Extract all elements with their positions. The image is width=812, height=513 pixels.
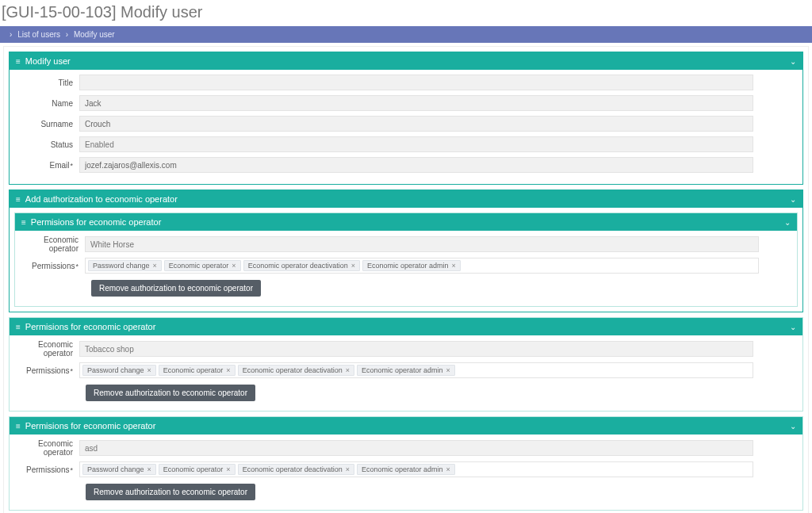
economic-operator-input[interactable] [79,341,753,357]
remove-authorization-button[interactable]: Remove authorization to economic operato… [86,484,255,500]
panel-title: Modify user [25,56,790,66]
panel-title: Permisions for economic operator [25,322,790,331]
tag-label: Economic operator admin [367,262,449,270]
remove-authorization-button[interactable]: Remove authorization to economic operato… [86,385,255,401]
panel-add-authorization: ≡ Add authorization to economic operator… [9,190,803,312]
economic-operator-input[interactable] [79,440,753,456]
label-permissions: Permissions [16,366,79,375]
status-input[interactable] [79,136,753,152]
label-status: Status [16,140,79,149]
tag-label: Economic operator admin [362,366,443,374]
close-icon[interactable]: × [452,262,456,270]
permission-tag: Password change× [82,365,156,376]
panel-header[interactable]: ≡ Permisions for economic operator ⌄ [15,213,797,231]
tag-label: Economic operator admin [362,465,443,473]
panel-header[interactable]: ≡ Add authorization to economic operator… [10,190,802,208]
close-icon[interactable]: × [351,262,355,270]
close-icon[interactable]: × [446,465,450,473]
grip-icon: ≡ [21,218,26,227]
permission-tag: Economic operator deactivation× [238,365,354,376]
tag-label: Economic operator [163,366,224,374]
tag-label: Economic operator [169,262,229,270]
panel-header[interactable]: ≡ Modify user ⌄ [10,52,802,70]
grip-icon: ≡ [16,57,21,66]
grip-icon: ≡ [16,422,21,431]
chevron-down-icon[interactable]: ⌄ [790,422,796,431]
permission-tag: Economic operator deactivation× [243,260,360,271]
panel-header[interactable]: ≡ Permisions for economic operator ⌄ [10,417,802,435]
label-economic-operator: Economic operator [21,235,85,253]
close-icon[interactable]: × [147,465,151,473]
permissions-tags[interactable]: Password change× Economic operator× Econ… [79,461,753,477]
permission-tag: Economic operator× [159,365,236,376]
tag-label: Economic operator deactivation [243,366,343,374]
remove-authorization-button[interactable]: Remove authorization to economic operato… [91,280,261,297]
email-input[interactable] [79,157,753,173]
chevron-down-icon[interactable]: ⌄ [790,323,796,331]
tag-label: Economic operator deactivation [243,465,343,473]
panel-title: Permisions for economic operator [25,421,790,431]
panel-permissions-1: ≡ Permisions for economic operator ⌄ Eco… [14,212,798,307]
permission-tag: Password change× [88,260,162,271]
tag-label: Password change [93,262,150,270]
close-icon[interactable]: × [446,366,450,374]
label-permissions: Permissions [21,262,85,270]
permission-tag: Economic operator admin× [357,464,455,475]
breadcrumb: › List of users › Modify user [0,26,812,43]
tag-label: Password change [87,465,144,473]
label-permissions: Permissions [16,465,79,474]
surname-input[interactable] [79,116,753,132]
close-icon[interactable]: × [147,366,151,374]
label-economic-operator: Economic operator [16,439,79,457]
economic-operator-input[interactable] [85,236,759,252]
title-input[interactable] [79,75,753,90]
page-title: [GUI-15-00-103] Modify user [0,0,812,26]
grip-icon: ≡ [16,195,21,204]
chevron-right-icon: › [10,30,12,39]
chevron-down-icon[interactable]: ⌄ [790,57,796,66]
label-economic-operator: Economic operator [16,340,79,358]
panel-title: Add authorization to economic operator [25,194,790,204]
close-icon[interactable]: × [232,262,236,270]
label-surname: Surname [16,120,79,128]
permissions-tags[interactable]: Password change× Economic operator× Econ… [79,362,753,378]
breadcrumb-item[interactable]: List of users [17,30,60,39]
tag-label: Economic operator [163,465,224,473]
panel-permissions-3: ≡ Permisions for economic operator ⌄ Eco… [9,416,803,511]
grip-icon: ≡ [16,323,21,331]
tag-label: Password change [87,366,144,374]
permission-tag: Economic operator× [164,260,241,271]
chevron-down-icon[interactable]: ⌄ [784,218,791,227]
panel-header[interactable]: ≡ Permisions for economic operator ⌄ [10,318,802,335]
chevron-down-icon[interactable]: ⌄ [790,195,796,204]
label-name: Name [16,99,79,108]
panel-modify-user: ≡ Modify user ⌄ Title Name Surname Statu… [9,52,803,185]
permission-tag: Economic operator admin× [362,260,461,271]
label-title: Title [16,78,79,87]
permission-tag: Economic operator admin× [357,365,455,376]
permission-tag: Economic operator× [159,464,236,475]
label-email: Email [16,161,79,170]
permissions-tags[interactable]: Password change× Economic operator× Econ… [85,258,759,274]
tag-label: Economic operator deactivation [248,262,348,270]
name-input[interactable] [79,95,753,111]
permission-tag: Password change× [82,464,156,475]
close-icon[interactable]: × [346,366,350,374]
close-icon[interactable]: × [226,366,230,374]
chevron-right-icon: › [66,30,68,39]
close-icon[interactable]: × [346,465,350,473]
breadcrumb-item[interactable]: Modify user [74,30,115,39]
permission-tag: Economic operator deactivation× [238,464,354,475]
close-icon[interactable]: × [153,262,157,270]
panel-permissions-2: ≡ Permisions for economic operator ⌄ Eco… [9,317,803,412]
close-icon[interactable]: × [226,465,230,473]
panel-title: Permisions for economic operator [31,217,784,227]
